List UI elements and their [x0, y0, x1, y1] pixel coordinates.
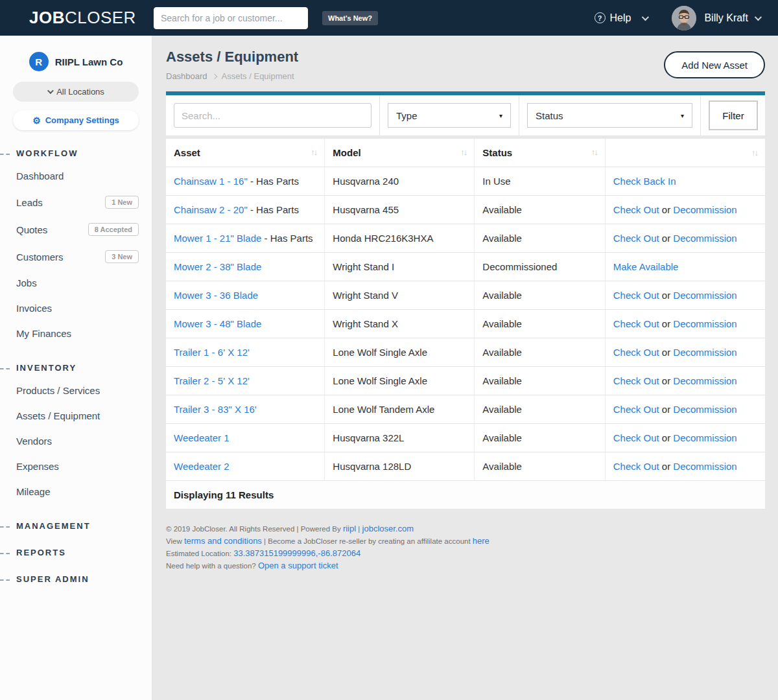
type-select[interactable]: Type ▾: [388, 103, 511, 128]
actions-cell: Check Out or Decommission: [605, 452, 765, 481]
action-link-decommission[interactable]: Decommission: [673, 318, 737, 329]
footer-link-33-387315199999996-86-872064[interactable]: 33.387315199999996,-86.872064: [233, 548, 360, 558]
asset-link[interactable]: Trailer 3 - 83" X 16': [174, 404, 257, 415]
sidebar-item-label: Jobs: [16, 277, 37, 288]
global-search-input[interactable]: [154, 7, 308, 29]
footer-link-jobcloser-com[interactable]: jobcloser.com: [362, 524, 414, 533]
action-link-check-out[interactable]: Check Out: [613, 432, 659, 443]
asset-link[interactable]: Mower 3 - 36 Blade: [174, 290, 258, 301]
footer-link-open-a-support-ticket[interactable]: Open a support ticket: [258, 561, 338, 570]
asset-link[interactable]: Weedeater 2: [174, 461, 230, 472]
page-header: Assets / Equipment Dashboard Assets / Eq…: [166, 49, 765, 81]
action-link-check-out[interactable]: Check Out: [613, 461, 659, 472]
asset-link[interactable]: Trailer 2 - 5' X 12': [174, 375, 250, 386]
company-header: R RIIPL Lawn Co: [0, 52, 152, 71]
model-cell: Wright Stand I: [325, 253, 475, 281]
breadcrumb-dashboard[interactable]: Dashboard: [166, 71, 207, 81]
asset-link[interactable]: Chainsaw 1 - 16": [174, 176, 248, 187]
action-joiner: or: [659, 347, 674, 358]
sidebar-item-leads[interactable]: Leads1 New: [0, 189, 152, 216]
sort-icon[interactable]: ↑↓: [311, 147, 316, 157]
action-joiner: or: [659, 233, 674, 244]
action-link-check-out[interactable]: Check Out: [613, 318, 659, 329]
sidebar-item-my-finances[interactable]: My Finances: [0, 321, 152, 346]
whats-new-button[interactable]: What's New?: [322, 11, 378, 25]
sidebar-item-assets-equipment[interactable]: Assets / Equipment: [0, 403, 152, 428]
asset-suffix: - Has Parts: [248, 204, 299, 215]
dropdown-arrow-icon: ▾: [499, 112, 502, 119]
asset-search-input[interactable]: [174, 103, 371, 128]
footer-link-riipl[interactable]: riipl: [343, 524, 356, 533]
user-menu[interactable]: Billy Kraft: [704, 12, 748, 24]
action-link-check-out[interactable]: Check Out: [613, 204, 659, 215]
filter-button-section: Filter: [701, 95, 766, 135]
sidebar-item-customers[interactable]: Customers3 New: [0, 243, 152, 270]
action-link-check-out[interactable]: Check Out: [613, 347, 659, 358]
sidebar-item-label: Assets / Equipment: [16, 410, 100, 421]
sort-icon[interactable]: ↑↓: [591, 147, 597, 157]
action-link-decommission[interactable]: Decommission: [673, 375, 737, 386]
section-label: INVENTORY: [16, 363, 77, 373]
action-link-check-out[interactable]: Check Out: [613, 233, 659, 244]
action-link-decommission[interactable]: Decommission: [673, 204, 737, 215]
filter-bar: Type ▾ Status ▾ Filter: [166, 91, 765, 135]
add-new-asset-button[interactable]: Add New Asset: [664, 51, 765, 78]
asset-link[interactable]: Mower 3 - 48" Blade: [174, 318, 261, 329]
company-settings-button[interactable]: ⚙ Company Settings: [13, 110, 139, 130]
action-link-check-out[interactable]: Check Out: [613, 375, 659, 386]
asset-link[interactable]: Mower 2 - 38" Blade: [174, 261, 261, 272]
filter-button[interactable]: Filter: [709, 100, 758, 130]
help-menu[interactable]: ? Help: [595, 12, 648, 24]
asset-link[interactable]: Chainsaw 2 - 20": [174, 204, 248, 215]
user-avatar[interactable]: [672, 6, 696, 30]
sidebar-item-quotes[interactable]: Quotes8 Accepted: [0, 216, 152, 243]
sidebar-nav: WORKFLOWDashboardLeads1 NewQuotes8 Accep…: [0, 148, 152, 584]
all-locations-label: All Locations: [56, 87, 104, 97]
action-link-decommission[interactable]: Decommission: [673, 233, 737, 244]
column-label: Status: [482, 147, 512, 158]
results-count: Displaying 11 Results: [166, 481, 765, 509]
footer-link-terms-and-conditions[interactable]: terms and conditions: [184, 536, 262, 546]
action-link-decommission[interactable]: Decommission: [673, 432, 737, 443]
table-body: Chainsaw 1 - 16" - Has PartsHusqvarna 24…: [166, 167, 765, 481]
table-row: Weedeater 1Husqvarna 322LAvailableCheck …: [166, 424, 765, 452]
section-dashes-icon: [0, 579, 10, 581]
actions-cell: Check Out or Decommission: [605, 424, 765, 452]
action-link-decommission[interactable]: Decommission: [673, 290, 737, 301]
chevron-down-icon[interactable]: [755, 13, 762, 20]
actions-cell: Check Out or Decommission: [605, 224, 765, 253]
sidebar-item-invoices[interactable]: Invoices: [0, 296, 152, 321]
action-link-decommission[interactable]: Decommission: [673, 461, 737, 472]
sidebar-section-inventory: INVENTORY: [0, 363, 152, 373]
actions-cell: Check Out or Decommission: [605, 281, 765, 310]
sidebar-item-mileage[interactable]: Mileage: [0, 479, 152, 504]
all-locations-dropdown[interactable]: All Locations: [13, 82, 139, 102]
status-cell: Available: [475, 367, 605, 395]
sidebar-item-products-services[interactable]: Products / Services: [0, 378, 152, 403]
column-label: Asset: [174, 147, 200, 158]
asset-cell: Trailer 2 - 5' X 12': [166, 367, 325, 395]
sort-icon[interactable]: ↑↓: [751, 148, 757, 158]
action-link-check-out[interactable]: Check Out: [613, 404, 659, 415]
table-row: Chainsaw 2 - 20" - Has PartsHusqvarna 45…: [166, 196, 765, 224]
asset-link[interactable]: Weedeater 1: [174, 432, 230, 443]
asset-link[interactable]: Mower 1 - 21" Blade: [174, 233, 261, 244]
sort-icon[interactable]: ↑↓: [460, 147, 466, 157]
sidebar-item-expenses[interactable]: Expenses: [0, 454, 152, 479]
footer-text: |: [356, 525, 362, 533]
action-link-check-back-in[interactable]: Check Back In: [613, 176, 676, 187]
action-link-check-out[interactable]: Check Out: [613, 290, 659, 301]
model-cell: Lone Wolf Single Axle: [325, 338, 475, 367]
action-link-decommission[interactable]: Decommission: [673, 347, 737, 358]
actions-cell: Make Available: [605, 253, 765, 281]
status-select[interactable]: Status ▾: [527, 103, 692, 128]
footer-link-here[interactable]: here: [473, 536, 489, 546]
help-icon: ?: [595, 12, 606, 23]
asset-link[interactable]: Trailer 1 - 6' X 12': [174, 347, 250, 358]
sidebar-item-dashboard[interactable]: Dashboard: [0, 163, 152, 189]
sidebar-item-vendors[interactable]: Vendors: [0, 428, 152, 454]
filter-status-section: Status ▾: [519, 95, 701, 135]
sidebar-item-jobs[interactable]: Jobs: [0, 270, 152, 296]
action-link-decommission[interactable]: Decommission: [673, 404, 737, 415]
action-link-make-available[interactable]: Make Available: [613, 261, 679, 272]
